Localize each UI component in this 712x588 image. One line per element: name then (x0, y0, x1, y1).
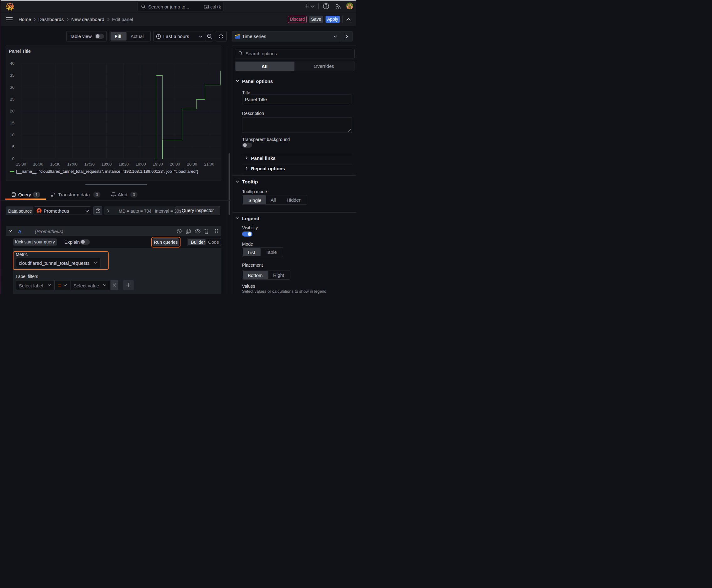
svg-text:10: 10 (10, 132, 15, 137)
svg-text:35: 35 (10, 72, 15, 77)
svg-text:15:30: 15:30 (16, 162, 26, 166)
svg-text:16:00: 16:00 (33, 162, 43, 166)
svg-text:{__name__="cloudflared_tunnel_: {__name__="cloudflared_tunnel_total_requ… (16, 169, 199, 174)
svg-text:40: 40 (10, 61, 15, 65)
svg-text:5: 5 (12, 144, 15, 149)
svg-text:18:30: 18:30 (118, 162, 129, 166)
svg-text:16:30: 16:30 (50, 162, 61, 166)
svg-text:0: 0 (12, 156, 15, 161)
svg-text:19:30: 19:30 (153, 162, 163, 166)
svg-text:30: 30 (10, 84, 15, 89)
svg-text:17:00: 17:00 (67, 162, 78, 166)
svg-text:18:00: 18:00 (102, 162, 112, 166)
svg-text:17:30: 17:30 (84, 162, 95, 166)
svg-text:15: 15 (10, 120, 15, 125)
svg-text:20:30: 20:30 (187, 162, 197, 166)
svg-text:20:00: 20:00 (170, 162, 180, 166)
svg-text:20: 20 (10, 108, 15, 113)
svg-text:21:00: 21:00 (204, 162, 214, 166)
svg-text:25: 25 (10, 97, 15, 101)
svg-text:19:00: 19:00 (136, 162, 146, 166)
